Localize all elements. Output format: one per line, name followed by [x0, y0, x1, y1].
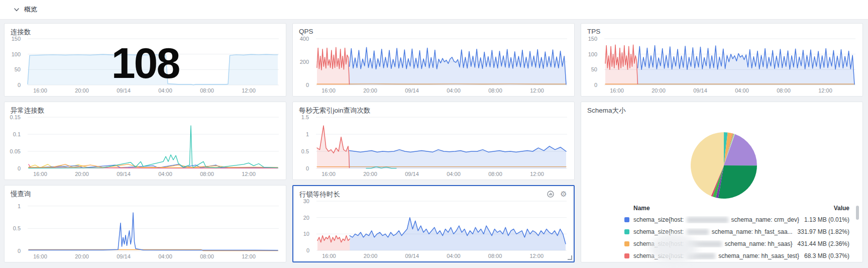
y-tick-label: 0 — [594, 82, 597, 88]
x-axis: 16:0020:0009/1404:0008:0012:00 — [28, 253, 279, 260]
series-name-suffix: schema_name: hh_fast_saa... — [712, 228, 793, 235]
redacted-host-blur — [687, 241, 722, 247]
redacted-host-blur — [687, 217, 728, 223]
schema-legend-row[interactable]: schema_size{host:schema_name: hh_saas_te… — [624, 250, 849, 262]
x-tick-label: 08:00 — [200, 253, 214, 259]
x-tick-label: 20:00 — [75, 171, 89, 177]
magnifier-chart-icon[interactable] — [547, 190, 555, 198]
y-axis: 150100500 — [582, 39, 601, 85]
y-tick-label: 1 — [18, 203, 21, 209]
pie-slice-slice-8[interactable] — [718, 165, 757, 199]
x-tick-label: 08:00 — [488, 253, 502, 259]
y-tick-label: 0 — [18, 165, 21, 171]
x-tick-label: 20:00 — [652, 87, 666, 94]
section-title: 概览 — [24, 5, 37, 14]
series-value: 431.44 MB (2.36%) — [798, 240, 849, 247]
x-tick-label: 04:00 — [447, 253, 461, 259]
section-header-bar: 概览 — [0, 0, 868, 20]
panel-slow-queries[interactable]: 慢查询 10.50 16:0020:0009/1404:0008:0012:00 — [4, 185, 286, 262]
settings-gear-icon[interactable]: ⚙ — [560, 190, 568, 198]
series-name-prefix: schema_size{host: — [633, 252, 684, 259]
x-axis: 16:0020:0009/1404:0008:0012:00 — [604, 87, 855, 95]
series-name-suffix: schema_name: crm_dev} — [731, 216, 799, 223]
panel-tps[interactable]: TPS 150100500 16:0020:0009/1404:0008:001… — [581, 23, 863, 97]
x-tick-label: 04:00 — [158, 253, 172, 259]
redacted-host-blur — [687, 253, 715, 259]
slow-queries-chart[interactable] — [28, 201, 279, 251]
series-color-swatch — [624, 217, 629, 222]
qps-chart[interactable] — [316, 39, 567, 85]
y-tick-label: 150 — [588, 36, 597, 42]
redacted-host-blur — [687, 229, 709, 235]
section-collapse-toggle[interactable]: 概览 — [14, 0, 37, 19]
panel-title: QPS — [299, 28, 313, 35]
x-tick-label: 16:00 — [322, 253, 336, 259]
x-tick-label: 20:00 — [363, 171, 377, 177]
x-tick-label: 09/14 — [693, 87, 707, 94]
series-name: schema_size{host:schema_name: hh_saas} — [633, 240, 793, 247]
y-tick-label: 100 — [12, 51, 21, 57]
panel-title: 慢查询 — [11, 190, 31, 199]
x-tick-label: 08:00 — [200, 87, 214, 94]
chart-svg — [28, 201, 279, 251]
schema-size-pie-chart[interactable] — [684, 125, 764, 206]
x-tick-label: 04:00 — [158, 87, 172, 94]
y-tick-label: 0.05 — [10, 148, 21, 154]
panel-title: TPS — [587, 28, 600, 35]
chart-svg — [316, 117, 567, 168]
x-tick-label: 08:00 — [777, 87, 791, 94]
schema-legend-row[interactable]: schema_size{host:schema_name: hh_saas} 4… — [624, 238, 849, 250]
x-tick-label: 04:00 — [447, 87, 461, 94]
series-name-prefix: schema_size{host: — [633, 228, 684, 235]
schema-legend-row[interactable]: schema_size{host:schema_name: hh_fast_sa… — [624, 226, 849, 238]
panel-abnormal-connections[interactable]: 异常连接数 0.150.10.050 16:0020:0009/1404:000… — [4, 102, 286, 180]
series-name: schema_size{host:schema_name: hh_fast_sa… — [633, 228, 793, 235]
y-tick-label: 0 — [306, 82, 309, 88]
series-name: schema_size{host:schema_name: hh_saas_te… — [633, 252, 799, 259]
panel-connections[interactable]: 连接数 150100500 108 16:0020:0009/1404:0008… — [4, 23, 286, 97]
x-axis: 16:0020:0009/1404:0008:0012:00 — [28, 87, 279, 95]
x-tick-label: 16:00 — [33, 87, 47, 94]
x-tick-label: 12:00 — [530, 171, 544, 177]
series-name-prefix: schema_size{host: — [633, 216, 684, 223]
legend-name-header: Name — [633, 205, 829, 212]
x-tick-label: 08:00 — [200, 171, 214, 177]
x-tick-label: 16:00 — [33, 171, 47, 177]
abnormal-connections-chart[interactable] — [28, 117, 279, 168]
series-color-swatch — [624, 253, 629, 258]
x-tick-label: 09/14 — [405, 171, 419, 177]
y-tick-label: 0.1 — [13, 131, 21, 137]
x-tick-label: 09/14 — [405, 253, 419, 259]
chart-svg — [316, 39, 567, 85]
y-tick-label: 100 — [588, 51, 597, 57]
panel-nojoin-queries[interactable]: 每秒无索引join查询次数 1.510.50 16:0020:0009/1404… — [292, 102, 575, 180]
x-tick-label: 16:00 — [610, 87, 624, 94]
legend-scrollbar-thumb[interactable] — [856, 206, 859, 220]
panel-qps[interactable]: QPS 4002000 16:0020:0009/1404:0008:0012:… — [292, 23, 575, 97]
row-lock-wait-chart[interactable] — [316, 201, 567, 250]
gear-glyph: ⚙ — [560, 191, 567, 198]
y-tick-label: 20 — [303, 215, 309, 221]
schema-legend-row[interactable]: schema_size{host:schema_name: crm_dev} 1… — [624, 214, 849, 226]
series-color-swatch — [624, 241, 629, 246]
x-tick-label: 20:00 — [364, 253, 378, 259]
panel-resize-handle[interactable] — [568, 255, 572, 260]
panel-row-lock-wait[interactable]: 行锁等待时长 ⚙ 3020100 16:0020:0009/1404:0008:… — [292, 185, 575, 262]
schema-legend-table: Name Value schema_size{host:schema_name:… — [624, 203, 849, 262]
tps-chart[interactable] — [604, 39, 855, 85]
panel-toolbar: ⚙ — [547, 190, 568, 198]
x-tick-label: 12:00 — [818, 87, 832, 94]
x-tick-label: 04:00 — [735, 87, 749, 94]
panel-schema-size[interactable]: Schema大小 Name Value schema_size{host:sch… — [581, 102, 863, 262]
chevron-down-icon — [14, 8, 19, 12]
series-name-suffix: schema_name: hh_saas} — [725, 240, 793, 247]
chart-svg — [316, 201, 567, 250]
x-tick-label: 04:00 — [447, 171, 461, 177]
y-tick-label: 1 — [306, 131, 309, 137]
panel-title: 异常连接数 — [11, 106, 45, 115]
x-tick-label: 08:00 — [488, 87, 502, 94]
y-tick-label: 200 — [300, 59, 309, 65]
y-axis: 1.510.50 — [294, 117, 313, 168]
nojoin-queries-chart[interactable] — [316, 117, 567, 168]
y-tick-label: 0.5 — [13, 225, 21, 231]
